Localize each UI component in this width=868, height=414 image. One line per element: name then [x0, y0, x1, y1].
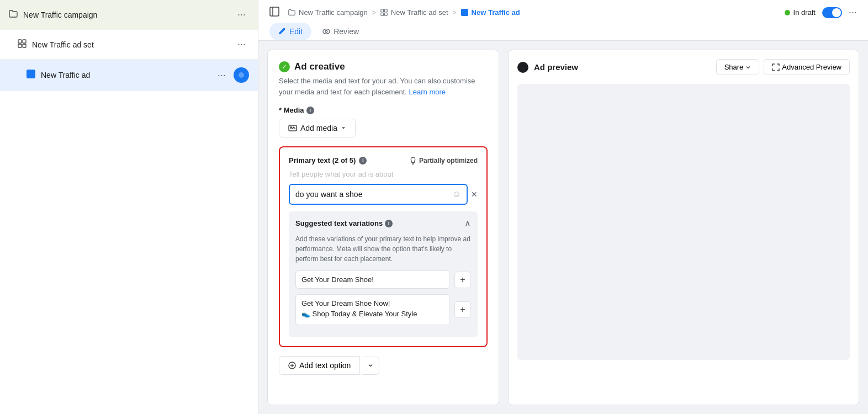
bulb-icon — [409, 157, 417, 164]
primary-text-header: Primary text (2 of 5) i Partially optimi… — [289, 156, 478, 164]
panel-title: Ad creative — [294, 61, 345, 72]
advanced-preview-label: Advanced Preview — [782, 63, 841, 71]
add-text-option-button[interactable]: Add text option — [279, 356, 360, 375]
breadcrumb-adset-label: New Traffic ad set — [391, 8, 448, 17]
breadcrumb-row: New Traffic campaign > New Traffic ad se… — [269, 0, 857, 18]
emoji-button[interactable]: ☺ — [452, 189, 461, 199]
nav-right: In draft ··· — [785, 7, 857, 18]
tab-edit-label: Edit — [289, 27, 303, 36]
input-icons: ☺ — [452, 189, 461, 199]
preview-canvas — [517, 84, 850, 360]
ad-toggle-icon — [234, 67, 249, 83]
more-options-btn[interactable]: ··· — [849, 7, 857, 18]
add-variation-2-button[interactable]: + — [454, 301, 471, 318]
primary-text-info-icon: i — [359, 157, 367, 164]
add-text-option-label: Add text option — [299, 361, 351, 370]
content-area: ✓ Ad creative Select the media and text … — [258, 41, 868, 414]
svg-rect-2 — [18, 44, 22, 47]
tab-review-label: Review — [334, 27, 359, 36]
svg-rect-1 — [23, 40, 26, 43]
tab-edit[interactable]: Edit — [269, 23, 311, 40]
campaign-actions: ··· — [234, 8, 249, 22]
breadcrumb-adset[interactable]: New Traffic ad set — [380, 8, 448, 17]
suggested-info-icon: i — [385, 220, 393, 227]
preview-title-row: Ad preview — [517, 62, 578, 73]
breadcrumb-sep-2: > — [453, 9, 457, 17]
draft-status: In draft — [785, 8, 816, 17]
add-text-option-row: Add text option — [279, 356, 488, 375]
svg-point-12 — [325, 30, 327, 33]
adset-more-btn[interactable]: ··· — [234, 38, 249, 51]
variation-box-1: Get Your Dream Shoe! — [295, 270, 450, 289]
variation-1-line-1: Get Your Dream Shoe! — [301, 275, 374, 284]
ad-actions: ··· — [214, 67, 249, 83]
preview-title: Ad preview — [534, 62, 578, 72]
ad-square-icon — [27, 70, 35, 81]
add-text-plus-icon — [288, 362, 296, 369]
svg-rect-7 — [381, 9, 384, 12]
suggested-header: Suggested text variations i ∧ — [295, 218, 471, 229]
sidebar-toggle-btn[interactable] — [269, 7, 279, 18]
clear-input-button[interactable]: ✕ — [471, 190, 478, 199]
variation-2-line-1: Get Your Dream Shoe Now! — [301, 299, 444, 307]
breadcrumb-ad[interactable]: New Traffic ad — [461, 8, 520, 17]
panel-description: Select the media and text for your ad. Y… — [279, 76, 488, 97]
svg-rect-10 — [384, 13, 387, 15]
add-variation-1-button[interactable]: + — [454, 272, 471, 288]
preview-header: Ad preview Share Advanced Preview — [517, 59, 850, 75]
svg-rect-0 — [18, 40, 22, 43]
add-text-chevron-icon — [368, 363, 373, 368]
main-area: New Traffic campaign > New Traffic ad se… — [258, 0, 868, 414]
share-chevron-icon — [745, 65, 751, 70]
ad-more-btn[interactable]: ··· — [214, 68, 229, 82]
media-info-icon: i — [306, 107, 314, 114]
primary-text-input-row: do you want a shoe ☺ ✕ — [289, 184, 478, 205]
draft-label: In draft — [793, 8, 816, 17]
svg-rect-3 — [23, 44, 26, 47]
breadcrumb-sep-1: > — [372, 9, 376, 17]
draft-dot — [785, 10, 790, 15]
svg-rect-5 — [270, 7, 279, 16]
campaign-more-btn[interactable]: ··· — [234, 8, 249, 22]
add-media-button[interactable]: Add media — [279, 119, 356, 137]
learn-more-link[interactable]: Learn more — [409, 88, 446, 96]
sidebar-adset-label: New Traffic ad set — [32, 40, 234, 49]
breadcrumb-campaign[interactable]: New Traffic campaign — [288, 8, 368, 17]
primary-text-title: Primary text (2 of 5) i — [289, 156, 367, 164]
svg-rect-8 — [384, 9, 387, 12]
primary-text-section: Primary text (2 of 5) i Partially optimi… — [279, 146, 488, 347]
advanced-preview-button[interactable]: Advanced Preview — [764, 59, 850, 75]
sidebar-item-ad[interactable]: New Traffic ad ··· — [0, 60, 258, 91]
sidebar-item-adset[interactable]: New Traffic ad set ··· — [0, 30, 258, 60]
variation-2-line-2: 👟 Shop Today & Elevate Your Style — [301, 310, 444, 318]
status-toggle[interactable] — [822, 7, 842, 18]
sidebar-campaign-label: New Traffic campaign — [23, 10, 234, 19]
share-button[interactable]: Share — [716, 59, 760, 75]
suggested-collapse-button[interactable]: ∧ — [464, 218, 471, 229]
top-nav: New Traffic campaign > New Traffic ad se… — [258, 0, 868, 41]
preview-actions: Share Advanced Preview — [716, 59, 850, 75]
expand-icon — [772, 63, 780, 71]
adset-actions: ··· — [234, 38, 249, 51]
primary-text-input-box[interactable]: do you want a shoe ☺ — [289, 184, 468, 205]
sidebar: New Traffic campaign ··· New Traffic ad … — [0, 0, 258, 414]
variation-box-2: Get Your Dream Shoe Now! 👟 Shop Today & … — [295, 294, 450, 325]
suggested-title: Suggested text variations i — [295, 219, 393, 227]
media-label: * Media i — [279, 106, 488, 114]
add-text-dropdown-button[interactable] — [362, 357, 379, 375]
sidebar-ad-label: New Traffic ad — [41, 71, 214, 79]
ad-preview-panel: Ad preview Share Advanced Preview — [508, 50, 859, 405]
svg-rect-9 — [381, 13, 384, 15]
share-label: Share — [724, 63, 744, 71]
add-media-label: Add media — [300, 124, 337, 132]
svg-point-11 — [323, 29, 330, 34]
breadcrumb-campaign-label: New Traffic campaign — [299, 8, 368, 17]
tab-review[interactable]: Review — [314, 23, 368, 40]
sidebar-item-campaign[interactable]: New Traffic campaign ··· — [0, 0, 258, 30]
preview-dot — [517, 62, 528, 73]
optimized-badge: Partially optimized — [409, 157, 478, 164]
nav-tabs: Edit Review — [269, 18, 857, 40]
suggested-description: Add these variations of your primary tex… — [295, 234, 471, 264]
breadcrumb-ad-label: New Traffic ad — [472, 8, 520, 17]
primary-text-placeholder: Tell people what your ad is about — [289, 170, 478, 178]
